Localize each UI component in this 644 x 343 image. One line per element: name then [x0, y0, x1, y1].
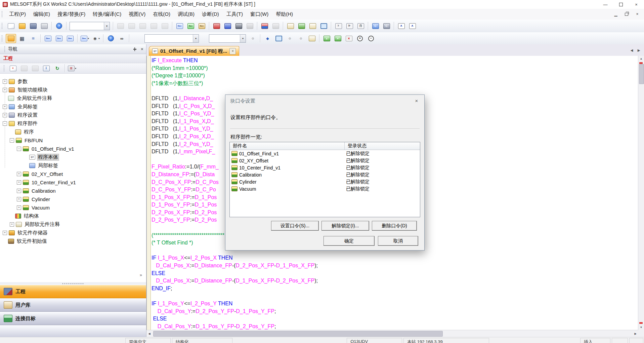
scroll-down-icon[interactable]: ▼ — [638, 325, 644, 330]
dialog-button-2[interactable]: 删除口令(D) — [372, 221, 417, 231]
menu-item-2[interactable]: 搜索/替换(F) — [54, 9, 89, 20]
quick-access-combo[interactable]: ▾ — [70, 22, 110, 30]
hscroll-thumb[interactable] — [153, 331, 443, 337]
device-comment-button[interactable]: Dev — [174, 22, 185, 31]
tree-item-10_Center_Find_v1[interactable]: +10_Center_Find_v1 — [0, 178, 146, 187]
copy-button[interactable] — [126, 22, 137, 31]
tree-overflow-chevron[interactable]: » — [140, 272, 142, 277]
nav-category-用户库[interactable]: 用户库 — [0, 298, 146, 312]
ladder-pulse-button[interactable]: ∏ — [355, 22, 366, 31]
tree-item-01_Offset_Find_v1[interactable]: −01_Offset_Find_v1 — [0, 145, 146, 153]
tree-item-全局标签[interactable]: +全局标签 — [0, 103, 146, 111]
new-data-button[interactable]: + — [8, 64, 18, 73]
panel-splitter[interactable] — [0, 282, 146, 285]
close-button[interactable]: × — [629, 0, 644, 9]
print-button[interactable] — [39, 22, 49, 31]
expand-icon[interactable]: + — [3, 113, 7, 117]
collapse-icon[interactable]: − — [10, 138, 14, 143]
mdi-restore-button[interactable] — [622, 10, 631, 18]
copy-data-button[interactable] — [19, 64, 29, 73]
nav-category-工程[interactable]: 工程 — [0, 285, 146, 298]
write-to-plc-button[interactable] — [211, 22, 222, 31]
scroll-left-icon[interactable]: ◀ — [146, 330, 152, 337]
read-from-plc-button[interactable] — [222, 22, 233, 31]
table-row-10_Center_Find_v1[interactable]: 10_Center_Find_v1已解除锁定 — [230, 164, 420, 171]
ok-button[interactable]: 确定 — [324, 236, 375, 246]
zoom-in-button[interactable]: + — [355, 34, 365, 43]
check-delete-button[interactable]: × — [344, 34, 354, 43]
tree-item-Cylinder[interactable]: +Cylinder — [0, 195, 146, 203]
toolbar-grip[interactable] — [2, 23, 3, 29]
tree-item-软元件初始值[interactable]: 软元件初始值 — [0, 237, 146, 245]
menu-item-7[interactable]: 诊断(D) — [198, 9, 223, 20]
dialog-button-0[interactable]: 设置口令(S)... — [271, 221, 319, 231]
nav-grip[interactable] — [4, 46, 6, 52]
nav-category-连接目标[interactable]: 连接目标 — [0, 312, 146, 325]
expand-icon[interactable]: + — [17, 189, 21, 193]
scroll-up-icon[interactable]: ▲ — [638, 56, 644, 62]
chevron-down-icon[interactable]: ▾ — [240, 35, 246, 42]
zoom-find2-button[interactable]: ○ — [296, 34, 306, 43]
undo-button[interactable] — [148, 22, 159, 31]
device-display-button[interactable]: Dev▾ — [80, 34, 90, 43]
data-info-button[interactable]: i — [41, 64, 51, 73]
help-button[interactable]: ? — [54, 22, 64, 31]
tree-item-程序本体[interactable]: ST程序本体 — [0, 153, 146, 161]
collapse-icon[interactable]: − — [17, 147, 21, 151]
monitor-stop-button[interactable] — [270, 22, 281, 31]
tree-item-Calibration[interactable]: +Calibration — [0, 187, 146, 195]
paste-button[interactable] — [137, 22, 148, 31]
minimize-button[interactable]: — — [598, 0, 613, 9]
chevron-down-icon[interactable]: ▾ — [193, 35, 199, 42]
tree-item-02_XY_Offset[interactable]: +02_XY_Offset — [0, 170, 146, 178]
tree-item-智能功能模块[interactable]: +智能功能模块 — [0, 86, 146, 94]
convert-button[interactable]: C — [370, 22, 381, 31]
cross-reference-button[interactable]: ∞ — [117, 34, 127, 43]
toolbar-grip[interactable] — [2, 35, 3, 41]
tree-item-程序[interactable]: 程序 — [0, 128, 146, 136]
table-row-Vacuum[interactable]: Vacuum已解除锁定 — [230, 185, 420, 192]
menu-item-6[interactable]: 调试(B) — [174, 9, 198, 20]
watch-window-button[interactable]: ◉▾ — [91, 34, 101, 43]
device-monitor-button[interactable]: Dev — [185, 22, 196, 31]
mdi-close-button[interactable]: × — [633, 10, 642, 18]
expand-icon[interactable]: + — [3, 88, 7, 92]
check-up-button[interactable]: ▲ — [321, 34, 332, 43]
scroll-right-icon[interactable]: ▶ — [633, 330, 638, 337]
menu-item-4[interactable]: 视图(V) — [125, 9, 149, 20]
doc-small-button[interactable] — [307, 34, 317, 43]
expand-icon[interactable]: + — [17, 205, 21, 210]
ladder-close-contact-button[interactable]: ⊩ — [344, 22, 355, 31]
help-display-button[interactable]: ? — [105, 34, 116, 43]
cut-button[interactable] — [115, 22, 126, 31]
chevron-down-icon[interactable]: ▾ — [104, 22, 110, 30]
expand-icon[interactable]: + — [3, 105, 7, 109]
expand-icon[interactable]: + — [17, 172, 21, 176]
find-device-combo[interactable]: ▾ — [209, 34, 246, 43]
table-row-Cylinder[interactable]: Cylinder已解除锁定 — [230, 178, 420, 185]
maximize-button[interactable] — [613, 0, 629, 9]
table-row-02_XY_Offset[interactable]: 02_XY_Offset已解除锁定 — [230, 157, 420, 164]
device-register-button[interactable]: Dev — [54, 34, 64, 43]
menu-item-3[interactable]: 转换/编译(C) — [89, 9, 125, 20]
find-target-combo[interactable]: ▾ — [144, 34, 199, 43]
pin-icon[interactable] — [133, 47, 137, 51]
intelligent-module-button[interactable] — [296, 22, 307, 31]
find-go-button[interactable]: ○ — [248, 34, 258, 43]
expand-icon[interactable]: + — [17, 197, 21, 201]
refresh-button[interactable]: ↻ — [52, 64, 62, 73]
tab-scroll-left-icon[interactable]: ◀ — [629, 47, 635, 53]
cancel-button[interactable]: 取消 — [378, 236, 418, 246]
tree-item-全局软元件注释[interactable]: 全局软元件注释 — [0, 94, 146, 103]
component-table[interactable]: 部件名 登录状态 01_Offset_Find_v1已解除锁定02_XY_Off… — [229, 142, 420, 217]
menu-grip[interactable] — [2, 11, 3, 17]
horizontal-scrollbar[interactable]: ◀ ▶ — [146, 330, 638, 337]
window-split-button[interactable] — [273, 34, 284, 43]
menu-item-1[interactable]: 编辑(E) — [30, 9, 54, 20]
remote-operation-button[interactable] — [245, 22, 255, 31]
dialog-button-1[interactable]: 解除锁定(I)... — [321, 221, 369, 231]
convert-all-button[interactable]: C — [381, 22, 392, 31]
tree-item-参数[interactable]: +参数 — [0, 77, 146, 86]
vertical-scrollbar[interactable]: ▲ ▼ — [638, 56, 644, 330]
zoom-find-button[interactable]: ○ — [285, 34, 295, 43]
